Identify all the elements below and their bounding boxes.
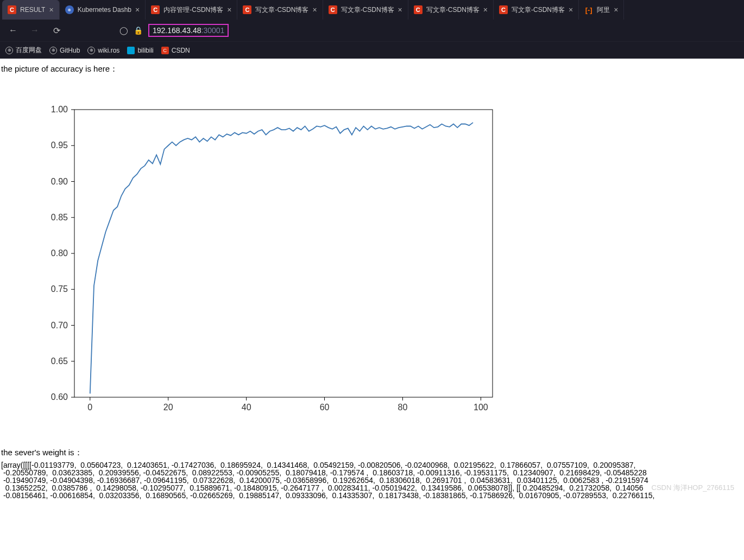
tab-6[interactable]: C写文章-CSDN博客× — [494, 0, 579, 20]
svg-text:0.60: 0.60 — [51, 392, 68, 402]
csdn-icon: C — [243, 5, 251, 14]
tab-4[interactable]: C写文章-CSDN博客× — [323, 0, 408, 20]
tab-3[interactable]: C写文章-CSDN博客× — [237, 0, 323, 20]
array-line: [array([[[[-0.01193779, 0.05604723, 0.12… — [1, 461, 743, 469]
kubernetes-icon: ⎈ — [65, 5, 74, 14]
tab-label: Kubernetes Dashb — [78, 6, 131, 14]
close-icon[interactable]: × — [135, 5, 140, 14]
accuracy-heading: the picture of accuracy is here： — [1, 64, 743, 74]
globe-icon: ⊕ — [87, 47, 95, 54]
url-text: 192.168.43.48:30001 — [148, 24, 229, 37]
bookmarks-bar: ⊕百度网盘⊕GitHub⊕wiki.rosbilibiliCCSDN — [0, 41, 744, 59]
csdn-icon: C — [8, 5, 16, 14]
svg-text:0.75: 0.75 — [51, 284, 68, 294]
csdn-icon: C — [499, 5, 508, 14]
tab-label: 内容管理-CSDN博客 — [163, 5, 223, 15]
svg-text:1.00: 1.00 — [51, 105, 68, 114]
tab-label: 写文章-CSDN博客 — [426, 5, 480, 15]
array-line: -0.08156461, -0.00616854, 0.03203356, 0.… — [1, 492, 743, 499]
chart-svg: 0.600.650.700.750.800.850.900.951.000204… — [7, 101, 501, 422]
svg-text:80: 80 — [398, 403, 408, 412]
array-dump: [array([[[[-0.01193779, 0.05604723, 0.12… — [1, 461, 743, 499]
bookmark-百度网盘[interactable]: ⊕百度网盘 — [5, 46, 42, 55]
bookmark-GitHub[interactable]: ⊕GitHub — [49, 47, 80, 54]
bookmark-bilibili[interactable]: bilibili — [127, 47, 153, 54]
tab-label: 写文章-CSDN博客 — [512, 5, 565, 15]
bracket-icon: [-] — [584, 5, 593, 14]
tab-7[interactable]: [-]阿里× — [579, 0, 624, 20]
bookmark-label: GitHub — [60, 47, 80, 54]
tab-label: 写文章-CSDN博客 — [341, 5, 394, 15]
url-port: :30001 — [201, 26, 225, 35]
array-line: 0.13652252, 0.0385786 , 0.14298058, -0.1… — [1, 484, 743, 492]
back-button[interactable]: ← — [5, 23, 21, 38]
close-icon[interactable]: × — [398, 5, 402, 14]
reload-button[interactable]: ⟳ — [49, 23, 64, 38]
svg-text:40: 40 — [242, 403, 251, 412]
tab-label: 写文章-CSDN博客 — [255, 5, 308, 15]
svg-rect-0 — [74, 110, 493, 397]
close-icon[interactable]: × — [614, 5, 618, 14]
svg-text:0.70: 0.70 — [51, 321, 68, 330]
bookmark-wiki.ros[interactable]: ⊕wiki.ros — [87, 47, 119, 54]
bookmark-label: 百度网盘 — [16, 46, 42, 55]
tab-2[interactable]: C内容管理-CSDN博客× — [146, 0, 237, 20]
bookmark-label: wiki.ros — [98, 47, 119, 54]
close-icon[interactable]: × — [49, 5, 53, 14]
csdn-icon: C — [414, 5, 423, 14]
svg-text:0: 0 — [87, 403, 92, 412]
svg-text:0.95: 0.95 — [51, 141, 68, 150]
svg-text:0.90: 0.90 — [51, 177, 68, 186]
page-content: the picture of accuracy is here： 0.600.6… — [0, 59, 744, 505]
address-bar[interactable]: ◯ 🔒 192.168.43.48:30001 — [71, 24, 739, 37]
svg-text:0.85: 0.85 — [51, 213, 68, 222]
bookmark-CSDN[interactable]: CCSDN — [161, 47, 190, 54]
forward-button[interactable]: → — [27, 23, 42, 38]
url-host: 192.168.43.48 — [153, 26, 201, 35]
csdn-icon: C — [329, 5, 337, 14]
tab-strip: CRESULT×⎈Kubernetes Dashb×C内容管理-CSDN博客×C… — [0, 0, 744, 20]
shield-icon: ◯ — [119, 26, 128, 35]
array-line: -0.20550789, 0.03623385, 0.20939556, -0.… — [1, 469, 743, 476]
close-icon[interactable]: × — [569, 5, 573, 14]
tab-label: 阿里 — [597, 5, 610, 15]
weight-heading: the sever's weight is： — [1, 448, 743, 458]
bookmark-label: bilibili — [137, 47, 153, 54]
globe-icon: ⊕ — [5, 47, 13, 54]
svg-text:20: 20 — [163, 403, 173, 412]
lock-icon: 🔒 — [134, 26, 143, 35]
accuracy-chart: 0.600.650.700.750.800.850.900.951.000204… — [7, 101, 743, 422]
tab-label: RESULT — [20, 6, 45, 14]
svg-text:0.80: 0.80 — [51, 249, 68, 258]
tab-0[interactable]: CRESULT× — [2, 0, 60, 20]
csdn-icon: C — [151, 5, 160, 14]
globe-icon: ⊕ — [49, 47, 57, 54]
close-icon[interactable]: × — [312, 5, 317, 14]
close-icon[interactable]: × — [227, 5, 231, 14]
csdn-icon: C — [161, 47, 169, 54]
close-icon[interactable]: × — [483, 5, 488, 14]
array-line: -0.19490749, -0.04904398, -0.16936687, -… — [1, 476, 743, 484]
tab-1[interactable]: ⎈Kubernetes Dashb× — [60, 0, 146, 20]
bookmark-label: CSDN — [172, 47, 190, 54]
svg-text:0.65: 0.65 — [51, 357, 68, 366]
svg-text:60: 60 — [320, 403, 330, 412]
svg-text:100: 100 — [474, 403, 488, 412]
bilibili-icon — [127, 47, 135, 54]
navbar: ← → ⟳ ◯ 🔒 192.168.43.48:30001 — [0, 20, 744, 41]
tab-5[interactable]: C写文章-CSDN博客× — [408, 0, 494, 20]
